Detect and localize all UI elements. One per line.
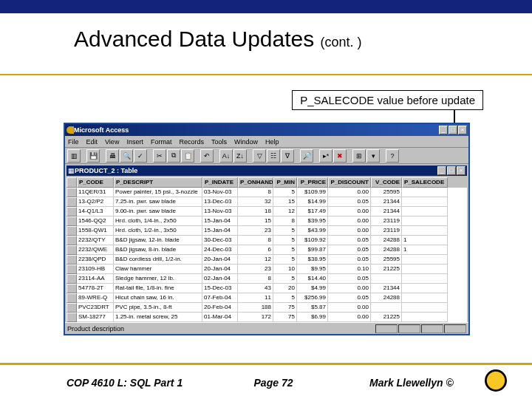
cell[interactable]: 24288 xyxy=(371,236,402,245)
cell[interactable]: 23114-AA xyxy=(77,274,114,284)
cut-button[interactable]: ✂ xyxy=(153,149,166,163)
cell[interactable]: 172 xyxy=(238,313,273,322)
new-record-button[interactable]: ▸* xyxy=(319,149,332,163)
row-selector[interactable] xyxy=(66,274,77,284)
cell[interactable]: 32 xyxy=(238,197,273,207)
cell[interactable] xyxy=(402,216,448,226)
undo-button[interactable]: ↶ xyxy=(200,149,214,163)
menu-tools[interactable]: Tools xyxy=(211,138,227,146)
cell[interactable]: 9.00-in. pwr. saw blade xyxy=(114,207,202,216)
menu-window[interactable]: Window xyxy=(234,138,258,146)
cell[interactable]: 14-Q1/L3 xyxy=(77,207,114,216)
cell[interactable] xyxy=(402,255,448,265)
column-header[interactable]: P_CODE xyxy=(77,177,114,188)
help-button[interactable]: ? xyxy=(386,149,399,163)
cell[interactable]: 5 xyxy=(273,293,297,303)
cell[interactable]: B&D cordless drill, 1/2-in. xyxy=(114,255,202,265)
apply-filter-button[interactable]: ∇ xyxy=(281,149,294,163)
row-selector[interactable] xyxy=(66,245,77,255)
row-selector[interactable] xyxy=(66,226,77,236)
cell[interactable]: Rat-tail file, 1/8-in. fine xyxy=(114,284,202,293)
sort-desc-button[interactable]: Z↓ xyxy=(233,149,247,163)
cell[interactable]: $99.87 xyxy=(297,245,328,255)
cell[interactable]: B&D jigsaw, 12-in. blade xyxy=(114,236,202,245)
filter-form-button[interactable]: ☷ xyxy=(267,149,280,163)
cell[interactable]: $256.99 xyxy=(297,293,328,303)
cell[interactable]: 43 xyxy=(238,284,273,293)
cell[interactable]: 02-Jan-04 xyxy=(202,274,238,284)
cell[interactable]: 0.05 xyxy=(328,245,371,255)
cell[interactable] xyxy=(371,303,402,313)
cell[interactable]: $43.99 xyxy=(297,226,328,236)
cell[interactable]: 15 xyxy=(238,216,273,226)
cell[interactable] xyxy=(402,188,448,197)
cell[interactable]: 0.10 xyxy=(328,265,371,274)
preview-button[interactable]: 🔍 xyxy=(120,149,133,163)
menu-view[interactable]: View xyxy=(105,138,119,146)
cell[interactable]: 20 xyxy=(273,284,297,293)
delete-record-button[interactable]: ✖ xyxy=(333,149,347,163)
cell[interactable]: 21344 xyxy=(371,197,402,207)
row-selector[interactable] xyxy=(66,216,77,226)
cell[interactable]: 5 xyxy=(273,255,297,265)
cell[interactable]: 13-Dec-03 xyxy=(202,197,238,207)
cell[interactable] xyxy=(402,284,448,293)
cell[interactable]: 21344 xyxy=(371,284,402,293)
cell[interactable] xyxy=(402,226,448,236)
cell[interactable]: Hicut chain saw, 16 in. xyxy=(114,293,202,303)
cell[interactable]: 0.05 xyxy=(328,293,371,303)
row-selector[interactable] xyxy=(66,255,77,265)
cell[interactable]: 8 xyxy=(273,216,297,226)
column-header[interactable]: P_PRICE xyxy=(297,177,328,188)
cell[interactable]: 23 xyxy=(238,226,273,236)
cell[interactable]: 0.05 xyxy=(328,236,371,245)
cell[interactable]: 11QER/31 xyxy=(77,188,114,197)
cell[interactable]: 13-Q2/P2 xyxy=(77,197,114,207)
cell[interactable]: Hrd. cloth, 1/4-in., 2x50 xyxy=(114,216,202,226)
cell[interactable]: 0.00 xyxy=(328,226,371,236)
cell[interactable]: 12 xyxy=(238,255,273,265)
cell[interactable] xyxy=(402,293,448,303)
cell[interactable] xyxy=(402,207,448,216)
cell[interactable]: 1.25-in. metal screw, 25 xyxy=(114,313,202,322)
cell[interactable]: 0.05 xyxy=(328,274,371,284)
cell[interactable]: 1558-QW1 xyxy=(77,226,114,236)
save-button[interactable]: 💾 xyxy=(86,149,100,163)
db-window-button[interactable]: ⊞ xyxy=(352,149,366,163)
cell[interactable]: 11 xyxy=(238,293,273,303)
cell[interactable] xyxy=(402,197,448,207)
menu-help[interactable]: Help xyxy=(265,138,279,146)
cell[interactable]: 25595 xyxy=(371,255,402,265)
cell[interactable]: 20-Feb-04 xyxy=(202,303,238,313)
cell[interactable]: 2232/QWE xyxy=(77,245,114,255)
close-button[interactable]: × xyxy=(458,126,467,134)
cell[interactable]: 1546-QQ2 xyxy=(77,216,114,226)
minimize-button[interactable]: _ xyxy=(439,126,448,134)
cell[interactable]: 24-Dec-03 xyxy=(202,245,238,255)
cell[interactable]: 1 xyxy=(402,236,448,245)
column-header[interactable]: P_DISCOUNT xyxy=(328,177,371,188)
cell[interactable] xyxy=(402,274,448,284)
cell[interactable]: PVC23DRT xyxy=(77,303,114,313)
row-selector[interactable] xyxy=(66,265,77,274)
cell[interactable]: 0.00 xyxy=(328,303,371,313)
cell[interactable]: 23119 xyxy=(371,216,402,226)
table-minimize-button[interactable]: _ xyxy=(437,166,446,175)
cell[interactable]: 7.25-in. pwr. saw blade xyxy=(114,197,202,207)
cell[interactable]: 15 xyxy=(273,197,297,207)
cell[interactable]: 1 xyxy=(402,245,448,255)
cell[interactable]: 20-Jan-04 xyxy=(202,255,238,265)
cell[interactable]: $39.95 xyxy=(297,216,328,226)
cell[interactable]: 54778-2T xyxy=(77,284,114,293)
cell[interactable]: $14.40 xyxy=(297,274,328,284)
cell[interactable]: 24288 xyxy=(371,245,402,255)
cell[interactable]: 89-WRE-Q xyxy=(77,293,114,303)
cell[interactable]: 21344 xyxy=(371,207,402,216)
cell[interactable]: 23109-HB xyxy=(77,265,114,274)
cell[interactable]: SM-18277 xyxy=(77,313,114,322)
cell[interactable]: 8 xyxy=(238,188,273,197)
cell[interactable]: 0.00 xyxy=(328,216,371,226)
cell[interactable]: 0.05 xyxy=(328,255,371,265)
sort-asc-button[interactable]: A↓ xyxy=(219,149,233,163)
cell[interactable]: $17.49 xyxy=(297,207,328,216)
